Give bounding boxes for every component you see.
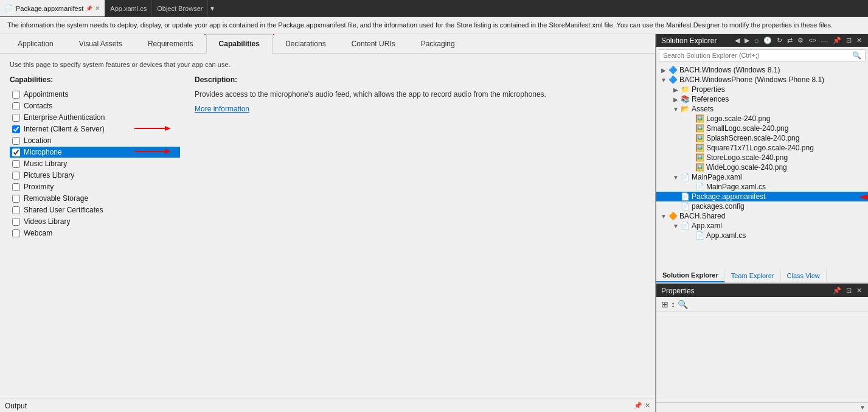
cap-checkbox-location[interactable] <box>12 137 20 145</box>
tab-visual-assets[interactable]: Visual Assets <box>66 34 135 54</box>
cap-checkbox-enterprise-auth[interactable] <box>12 114 20 122</box>
se-tab-class-view[interactable]: Class View <box>781 270 827 282</box>
references-icon: 📚 <box>681 95 690 103</box>
tree-item-mainpage-xaml-cs[interactable]: 📄 MainPage.xaml.cs <box>656 182 868 192</box>
content-row: Application Visual Assets Requirements C… <box>0 34 868 412</box>
cap-item-location[interactable]: Location <box>10 135 180 146</box>
expand-bach-windowsphone[interactable]: ▼ <box>659 77 668 83</box>
se-close-icon[interactable]: ✕ <box>855 36 863 45</box>
more-info-link[interactable]: More information <box>195 105 249 113</box>
se-tab-solution-explorer[interactable]: Solution Explorer <box>656 269 725 282</box>
props-search-icon[interactable]: 🔍 <box>678 299 688 309</box>
se-window-icon[interactable]: ⊡ <box>845 36 853 45</box>
cap-item-proximity[interactable]: Proximity <box>10 181 180 192</box>
se-code-icon[interactable]: <> <box>807 36 818 45</box>
tree-item-properties[interactable]: ▶ 📁 Properties <box>656 85 868 94</box>
cap-item-pictures-library[interactable]: Pictures Library <box>10 170 180 181</box>
tree-item-square71[interactable]: 🖼️ Square71x71Logo.scale-240.png <box>656 143 868 153</box>
se-clock-icon[interactable]: 🕐 <box>762 36 773 45</box>
tab-overflow-button[interactable]: ▾ <box>208 4 217 13</box>
props-sort-icon[interactable]: ↕ <box>671 299 675 309</box>
props-categorize-icon[interactable]: ⊞ <box>661 299 668 309</box>
cap-item-enterprise-auth[interactable]: Enterprise Authentication <box>10 112 180 123</box>
cap-checkbox-microphone[interactable] <box>12 148 20 156</box>
cap-item-music-library[interactable]: Music Library <box>10 158 180 169</box>
tree-item-storelogo[interactable]: 🖼️ StoreLogo.scale-240.png <box>656 153 868 162</box>
tree-item-app-xaml[interactable]: ▼ 📄 App.xaml <box>656 221 868 231</box>
se-minus-icon[interactable]: — <box>820 36 829 45</box>
props-toolbar: ⊞ ↕ 🔍 <box>656 297 868 312</box>
cap-checkbox-pictures-library[interactable] <box>12 172 20 180</box>
search-bar[interactable]: 🔍 <box>659 49 866 61</box>
se-settings-icon[interactable]: ⚙ <box>796 36 805 45</box>
tab-close-icon[interactable]: ✕ <box>95 5 100 12</box>
tree-item-references[interactable]: ▶ 📚 References <box>656 94 868 104</box>
search-icon[interactable]: 🔍 <box>852 51 861 60</box>
cap-checkbox-music-library[interactable] <box>12 160 20 168</box>
tab-package-manifest[interactable]: 📄 Package.appxmanifest 📌 ✕ <box>0 0 105 16</box>
tree-item-assets[interactable]: ▼ 📂 Assets <box>656 104 868 114</box>
props-pin-icon[interactable]: 📌 <box>832 286 842 295</box>
expand-references[interactable]: ▶ <box>671 96 681 103</box>
tab-packaging[interactable]: Packaging <box>408 34 468 54</box>
cap-item-shared-user-certs[interactable]: Shared User Certificates <box>10 204 180 215</box>
cap-checkbox-proximity[interactable] <box>12 183 20 191</box>
tree-item-widelogo[interactable]: 🖼️ WideLogo.scale-240.png <box>656 162 868 172</box>
tab-content-uris[interactable]: Content URIs <box>339 34 408 54</box>
se-home-icon[interactable]: ⌂ <box>753 36 760 45</box>
tree-item-logo-scale[interactable]: 🖼️ Logo.scale-240.png <box>656 114 868 124</box>
tab-app-xaml-cs[interactable]: App.xaml.cs <box>105 0 152 16</box>
search-input[interactable] <box>663 52 850 59</box>
cap-item-internet[interactable]: Internet (Client & Server) <box>10 124 180 134</box>
cap-checkbox-removable-storage[interactable] <box>12 195 20 203</box>
tree-item-bach-windows[interactable]: ▶ 🔷 BACH.Windows (Windows 8.1) <box>656 65 868 75</box>
expand-app-xaml[interactable]: ▼ <box>671 223 681 229</box>
tree-item-packages-config[interactable]: 📄 packages.config <box>656 201 868 211</box>
cap-item-appointments[interactable]: Appointments <box>10 89 180 100</box>
cap-label-internet: Internet (Client & Server) <box>24 125 105 133</box>
props-scroll-down[interactable]: ▼ <box>859 404 866 411</box>
tab-capabilities[interactable]: Capabilities <box>206 34 273 54</box>
output-pin-icon[interactable]: 📌 <box>634 402 642 410</box>
cap-item-videos-library[interactable]: Videos Library <box>10 216 180 227</box>
tab-requirements[interactable]: Requirements <box>135 34 206 54</box>
tree-item-app-xaml-cs[interactable]: 📄 App.xaml.cs <box>656 231 868 240</box>
tree-item-mainpage-xaml[interactable]: ▼ 📄 MainPage.xaml <box>656 172 868 182</box>
se-forward-icon[interactable]: ▶ <box>743 36 751 45</box>
tree-item-package-manifest[interactable]: 📄 Package.appxmanifest <box>656 192 868 201</box>
tree-item-bach-windowsphone[interactable]: ▼ 🔷 BACH.WindowsPhone (Windows Phone 8.1… <box>656 75 868 85</box>
cap-checkbox-internet[interactable] <box>12 125 20 133</box>
tree-item-smalllogo-scale[interactable]: 🖼️ SmallLogo.scale-240.png <box>656 124 868 133</box>
tree-item-bach-shared[interactable]: ▼ 🔶 BACH.Shared <box>656 211 868 221</box>
se-tab-team-explorer[interactable]: Team Explorer <box>725 270 781 282</box>
tree-item-splashscreen[interactable]: 🖼️ SplashScreen.scale-240.png <box>656 133 868 143</box>
expand-mainpage[interactable]: ▼ <box>671 174 681 181</box>
cap-checkbox-webcam[interactable] <box>12 229 20 237</box>
cap-item-removable-storage[interactable]: Removable Storage <box>10 193 180 204</box>
cap-checkbox-appointments[interactable] <box>12 91 20 99</box>
cap-checkbox-videos-library[interactable] <box>12 218 20 226</box>
cap-item-contacts[interactable]: Contacts <box>10 100 180 111</box>
tree-label-packages-config: packages.config <box>692 202 745 211</box>
cap-label-enterprise-auth: Enterprise Authentication <box>24 113 105 122</box>
props-close-icon[interactable]: ✕ <box>855 286 863 295</box>
se-back-icon[interactable]: ◀ <box>734 36 741 45</box>
cap-checkbox-contacts[interactable] <box>12 102 20 110</box>
cap-item-webcam[interactable]: Webcam <box>10 228 180 239</box>
tab-object-browser[interactable]: Object Browser <box>152 0 208 16</box>
se-pin-icon[interactable]: 📌 <box>832 36 842 45</box>
se-refresh-icon[interactable]: ↻ <box>776 36 783 45</box>
expand-bach-shared[interactable]: ▼ <box>659 213 668 220</box>
output-close-icon[interactable]: ✕ <box>645 402 650 410</box>
props-window-icon[interactable]: ⊡ <box>845 286 853 295</box>
expand-properties[interactable]: ▶ <box>671 86 681 93</box>
tab-application[interactable]: Application <box>5 34 66 54</box>
tab-declarations[interactable]: Declarations <box>273 34 339 54</box>
expand-assets[interactable]: ▼ <box>671 106 681 113</box>
cap-checkbox-shared-user-certs[interactable] <box>12 206 20 214</box>
project-icon: 🔷 <box>668 66 678 74</box>
se-sync-icon[interactable]: ⇄ <box>786 36 794 45</box>
tab-pin-icon[interactable]: 📌 <box>86 5 92 12</box>
cap-item-microphone[interactable]: Microphone <box>10 147 180 158</box>
expand-bach-windows[interactable]: ▶ <box>659 67 668 74</box>
